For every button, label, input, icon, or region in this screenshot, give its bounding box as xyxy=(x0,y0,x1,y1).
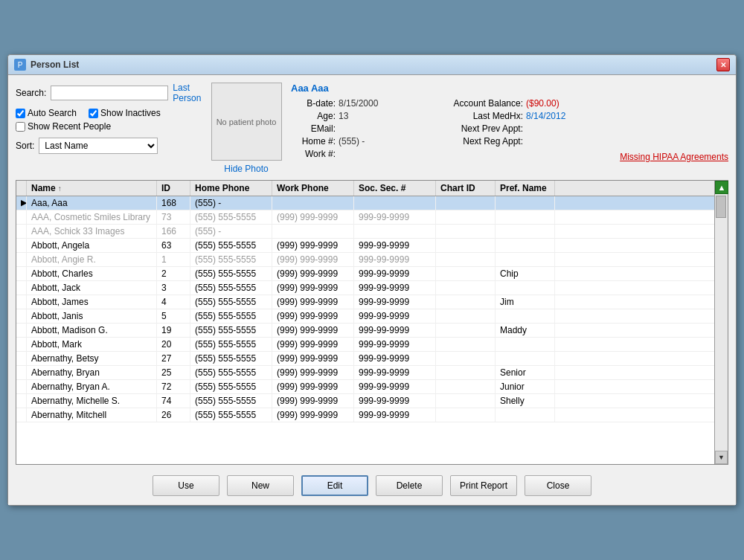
row-chart-id xyxy=(436,253,496,266)
row-id: 5 xyxy=(157,309,190,323)
edit-button[interactable]: Edit xyxy=(301,475,368,496)
scroll-track[interactable] xyxy=(715,194,728,451)
age-label: Age: xyxy=(291,111,336,121)
row-indicator xyxy=(16,253,27,266)
search-input[interactable] xyxy=(51,86,168,100)
footer-buttons: Use New Edit Delete Print Report Close xyxy=(16,471,728,498)
row-home-phone: (555) 555-5555 xyxy=(190,352,272,365)
scroll-up-btn[interactable]: ▲ xyxy=(715,181,728,194)
row-chart-id xyxy=(436,225,496,238)
checkboxes-row: Auto Search Show Inactives xyxy=(16,108,202,118)
last-person-link[interactable]: Last Person xyxy=(173,83,202,103)
row-work-phone: (999) 999-9999 xyxy=(272,253,354,266)
patient-name[interactable]: Aaa Aaa xyxy=(291,83,728,94)
sort-label: Sort: xyxy=(16,141,34,151)
row-soc-sec: 999-99-9999 xyxy=(354,239,436,252)
row-name: Aaa, Aaa xyxy=(27,196,157,210)
hide-photo-link[interactable]: Hide Photo xyxy=(224,164,268,174)
work-row: Work #: xyxy=(291,149,440,159)
photo-area: No patient photo Hide Photo xyxy=(209,83,283,174)
row-pref-name xyxy=(496,408,555,422)
row-soc-sec: 999-99-9999 xyxy=(354,352,436,365)
table-row[interactable]: Abernathy, Mitchell 26 (555) 555-5555 (9… xyxy=(16,408,714,422)
search-row: Search: Last Person xyxy=(16,83,202,103)
sort-select[interactable]: Last Name First Name ID Chart ID xyxy=(39,138,158,154)
table-row[interactable]: Abbott, James 4 (555) 555-5555 (999) 999… xyxy=(16,295,714,309)
row-work-phone: (999) 999-9999 xyxy=(272,309,354,323)
scroll-thumb xyxy=(716,196,726,218)
auto-search-checkbox[interactable] xyxy=(16,109,25,118)
row-chart-id xyxy=(436,295,496,309)
table-row[interactable]: Abbott, Charles 2 (555) 555-5555 (999) 9… xyxy=(16,267,714,281)
last-medhx-value[interactable]: 8/14/2012 xyxy=(526,111,565,121)
row-indicator: ▶ xyxy=(16,196,27,210)
next-prev-row: Next Prev Appt: xyxy=(441,123,728,134)
row-pref-name: Jim xyxy=(496,295,555,309)
table-row[interactable]: Abbott, Madison G. 19 (555) 555-5555 (99… xyxy=(16,324,714,338)
table-row[interactable]: Abbott, Angela 63 (555) 555-5555 (999) 9… xyxy=(16,239,714,253)
row-work-phone xyxy=(272,225,354,238)
header-home-phone[interactable]: Home Phone xyxy=(190,181,272,196)
row-indicator xyxy=(16,295,27,309)
row-work-phone: (999) 999-9999 xyxy=(272,210,354,224)
age-value: 13 xyxy=(339,111,348,121)
table-row[interactable]: Abernathy, Bryan 25 (555) 555-5555 (999)… xyxy=(16,366,714,380)
row-pref-name xyxy=(496,196,555,210)
header-work-phone[interactable]: Work Phone xyxy=(272,181,354,196)
header-name-text: Name xyxy=(31,183,56,193)
close-window-button[interactable]: ✕ xyxy=(716,58,730,71)
row-work-phone: (999) 999-9999 xyxy=(272,239,354,252)
row-work-phone: (999) 999-9999 xyxy=(272,366,354,379)
row-pref-name xyxy=(496,239,555,252)
row-chart-id xyxy=(436,281,496,295)
new-button[interactable]: New xyxy=(227,475,294,496)
row-id: 25 xyxy=(157,366,190,379)
print-report-button[interactable]: Print Report xyxy=(450,475,517,496)
table-row[interactable]: AAA, Schick 33 Images 166 (555) - xyxy=(16,225,714,239)
show-recent-checkbox[interactable] xyxy=(16,122,25,132)
table-row[interactable]: Abernathy, Bryan A. 72 (555) 555-5555 (9… xyxy=(16,380,714,394)
header-chart-id[interactable]: Chart ID xyxy=(436,181,496,196)
table-row[interactable]: AAA, Cosmetic Smiles Library 73 (555) 55… xyxy=(16,210,714,225)
scroll-down-btn[interactable]: ▼ xyxy=(715,451,728,464)
show-inactives-checkbox[interactable] xyxy=(89,109,98,118)
auto-search-checkbox-label[interactable]: Auto Search xyxy=(16,108,77,118)
row-pref-name: Senior xyxy=(496,366,555,379)
window-icon: P xyxy=(14,59,26,71)
row-soc-sec: 999-99-9999 xyxy=(354,408,436,422)
header-soc-sec[interactable]: Soc. Sec. # xyxy=(354,181,436,196)
row-work-phone: (999) 999-9999 xyxy=(272,281,354,295)
show-inactives-checkbox-label[interactable]: Show Inactives xyxy=(89,108,161,118)
header-name[interactable]: Name ↑ xyxy=(27,181,157,196)
email-row: EMail: xyxy=(291,123,440,134)
row-soc-sec: 999-99-9999 xyxy=(354,295,436,309)
table-row[interactable]: Abernathy, Betsy 27 (555) 555-5555 (999)… xyxy=(16,352,714,366)
delete-button[interactable]: Delete xyxy=(376,475,443,496)
row-soc-sec: 999-99-9999 xyxy=(354,394,436,408)
close-button[interactable]: Close xyxy=(525,475,591,496)
table-row[interactable]: Abbott, Mark 20 (555) 555-5555 (999) 999… xyxy=(16,338,714,352)
show-recent-checkbox-label[interactable]: Show Recent People xyxy=(16,121,202,132)
row-chart-id xyxy=(436,196,496,210)
header-id[interactable]: ID xyxy=(157,181,190,196)
table-row[interactable]: Abbott, Janis 5 (555) 555-5555 (999) 999… xyxy=(16,309,714,324)
table-row[interactable]: Abbott, Angie R. 1 (555) 555-5555 (999) … xyxy=(16,253,714,267)
row-name: Abbott, Angie R. xyxy=(27,253,157,266)
row-id: 26 xyxy=(157,408,190,422)
row-pref-name: Chip xyxy=(496,267,555,280)
account-label: Account Balance: xyxy=(441,98,523,109)
table-row[interactable]: ▶ Aaa, Aaa 168 (555) - xyxy=(16,196,714,210)
row-indicator xyxy=(16,394,27,408)
row-indicator xyxy=(16,352,27,365)
row-pref-name xyxy=(496,225,555,238)
use-button[interactable]: Use xyxy=(153,475,219,496)
hipaa-warning[interactable]: Missing HIPAA Agreements xyxy=(441,152,728,162)
table-body: ▶ Aaa, Aaa 168 (555) - AAA, Cosmetic Smi… xyxy=(16,196,714,464)
table-row[interactable]: Abbott, Jack 3 (555) 555-5555 (999) 999-… xyxy=(16,281,714,295)
row-chart-id xyxy=(436,324,496,337)
row-chart-id xyxy=(436,408,496,422)
row-pref-name xyxy=(496,309,555,323)
row-work-phone: (999) 999-9999 xyxy=(272,380,354,393)
header-pref-name[interactable]: Pref. Name xyxy=(496,181,555,196)
table-row[interactable]: Abernathy, Michelle S. 74 (555) 555-5555… xyxy=(16,394,714,408)
